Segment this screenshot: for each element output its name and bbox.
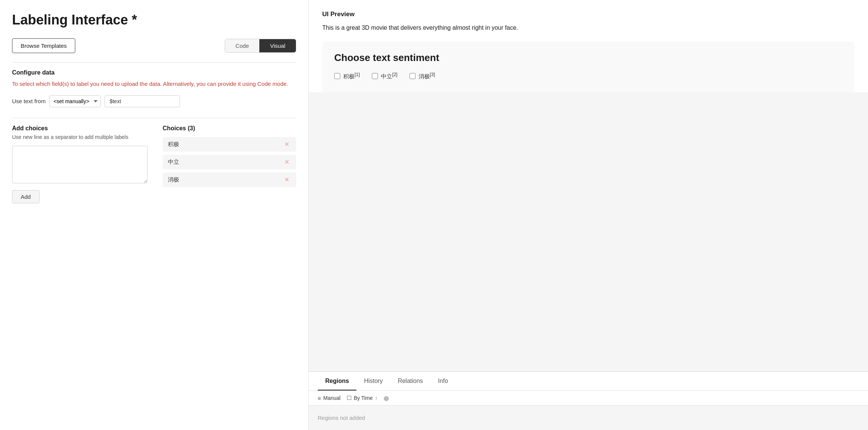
tab-info[interactable]: Info [431, 372, 456, 390]
sentiment-choice-label-1: 积极[1] [343, 72, 360, 80]
sentiment-choice-label-2: 中立[2] [381, 72, 397, 80]
sentiment-title: Choose text sentiment [334, 52, 842, 64]
use-text-label: Use text from [12, 98, 46, 104]
sentiment-choice-1[interactable]: 积极[1] [334, 72, 360, 80]
use-text-select[interactable]: <set manually> [49, 95, 101, 107]
use-text-input[interactable] [105, 95, 180, 107]
regions-toolbar: ≡ Manual ☐ By Time ↑ ⬤ [309, 391, 868, 406]
configure-data-section: Configure data To select which field(s) … [12, 69, 296, 107]
page-title: Labeling Interface * [12, 12, 296, 28]
choices-list: 积极 ✕ 中立 ✕ 消极 ✕ [163, 137, 296, 187]
settings-icon: ⬤ [384, 395, 389, 401]
choice-remove-3[interactable]: ✕ [283, 176, 291, 184]
bytime-label: By Time [354, 395, 373, 401]
bytime-sort-item[interactable]: ☐ By Time ↑ [347, 395, 378, 401]
list-item: 消极 ✕ [163, 172, 296, 187]
regions-empty-text: Regions not added [318, 415, 365, 421]
sentiment-choice-label-3: 消极[3] [419, 72, 435, 80]
list-item: 积极 ✕ [163, 137, 296, 152]
preview-text: This is a great 3D movie that delivers e… [322, 23, 854, 32]
regions-tabs: Regions History Relations Info [309, 372, 868, 391]
list-item: 中立 ✕ [163, 155, 296, 169]
bytime-icon: ☐ [347, 395, 352, 401]
manual-sort-item[interactable]: ≡ Manual [318, 395, 341, 401]
two-col-section: Add choices Use new line as a separator … [12, 125, 296, 203]
tab-history[interactable]: History [356, 372, 390, 390]
visual-tab[interactable]: Visual [259, 39, 296, 52]
choice-label-1: 积极 [168, 141, 179, 148]
configure-data-error: To select which field(s) to label you ne… [12, 80, 296, 88]
spacer [309, 92, 868, 371]
sentiment-checkbox-2[interactable] [372, 73, 378, 79]
use-text-row: Use text from <set manually> [12, 95, 296, 107]
left-panel: Labeling Interface * Browse Templates Co… [0, 0, 309, 430]
sentiment-choice-2[interactable]: 中立[2] [372, 72, 397, 80]
choice-remove-1[interactable]: ✕ [283, 140, 291, 148]
add-button[interactable]: Add [12, 190, 40, 203]
choices-title: Choices (3) [163, 125, 296, 132]
add-choices-column: Add choices Use new line as a separator … [12, 125, 148, 203]
add-choices-textarea[interactable] [12, 146, 148, 183]
ui-preview-title: UI Preview [322, 11, 854, 18]
tab-regions[interactable]: Regions [318, 372, 356, 390]
code-visual-toggle: Code Visual [225, 39, 296, 53]
tab-relations[interactable]: Relations [390, 372, 431, 390]
ui-preview-section: UI Preview This is a great 3D movie that… [309, 0, 868, 92]
add-choices-desc: Use new line as a separator to add multi… [12, 133, 148, 141]
manual-label: Manual [323, 395, 341, 401]
choice-label-3: 消极 [168, 176, 179, 183]
browse-templates-button[interactable]: Browse Templates [12, 38, 75, 53]
top-bar: Browse Templates Code Visual [12, 38, 296, 53]
bottom-section: Regions History Relations Info ≡ Manual … [309, 371, 868, 430]
right-panel: UI Preview This is a great 3D movie that… [309, 0, 868, 430]
regions-content: Regions not added [309, 406, 868, 430]
divider-2 [12, 118, 296, 118]
configure-data-title: Configure data [12, 69, 296, 76]
preview-card: Choose text sentiment 积极[1] 中立[2] 消极[3] [322, 41, 854, 92]
sort-asc-icon: ↑ [375, 395, 378, 401]
choices-column: Choices (3) 积极 ✕ 中立 ✕ 消极 ✕ [163, 125, 296, 190]
code-tab[interactable]: Code [225, 39, 260, 52]
divider-1 [12, 62, 296, 63]
sentiment-checkbox-3[interactable] [410, 73, 416, 79]
choice-label-2: 中立 [168, 159, 179, 166]
manual-icon: ≡ [318, 395, 321, 401]
sentiment-choices: 积极[1] 中立[2] 消极[3] [334, 72, 842, 80]
settings-item[interactable]: ⬤ [384, 395, 389, 401]
add-choices-title: Add choices [12, 125, 148, 132]
choice-remove-2[interactable]: ✕ [283, 158, 291, 166]
sentiment-checkbox-1[interactable] [334, 73, 340, 79]
sentiment-choice-3[interactable]: 消极[3] [410, 72, 435, 80]
